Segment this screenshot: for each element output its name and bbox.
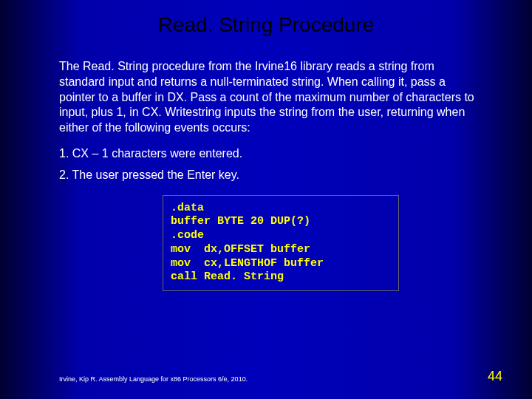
slide-title: Read. String Procedure	[0, 0, 532, 59]
page-number: 44	[488, 369, 502, 384]
code-example: .data buffer BYTE 20 DUP(?) .code mov dx…	[163, 195, 399, 292]
code-line: mov dx,OFFSET buffer	[171, 243, 391, 257]
code-line: call Read. String	[171, 270, 391, 284]
code-line: buffer BYTE 20 DUP(?)	[171, 215, 391, 229]
code-line: .data	[171, 202, 391, 216]
list-item-2: 2. The user pressed the Enter key.	[59, 168, 480, 183]
intro-paragraph: The Read. String procedure from the Irvi…	[59, 59, 480, 136]
slide-content: The Read. String procedure from the Irvi…	[0, 59, 532, 291]
citation-text: Irvine, Kip R. Assembly Language for x86…	[59, 375, 248, 383]
code-line: .code	[171, 229, 391, 243]
slide-footer: Irvine, Kip R. Assembly Language for x86…	[59, 371, 502, 384]
list-item-1: 1. CX – 1 characters were entered.	[59, 146, 480, 162]
code-line: mov cx,LENGTHOF buffer	[171, 257, 391, 271]
